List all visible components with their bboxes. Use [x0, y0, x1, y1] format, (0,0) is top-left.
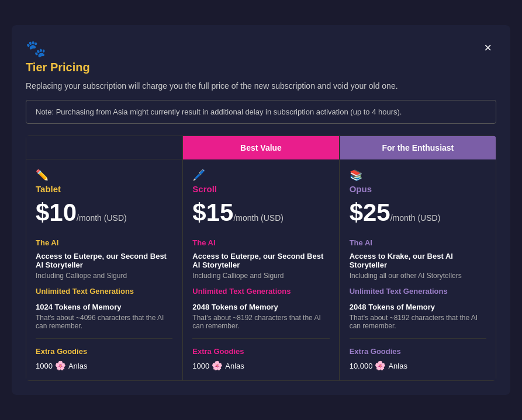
opus-anlas-label: Anlas: [388, 362, 407, 370]
tablet-price: $10/month (USD): [36, 199, 172, 227]
tablet-ai-label: The AI: [36, 238, 172, 247]
tablet-unlimited: Unlimited Text Generations: [36, 287, 172, 296]
tablet-icon: ✏️: [36, 169, 172, 182]
opus-memory: 2048 Tokens of Memory That's about ~8192…: [350, 303, 486, 330]
scroll-anlas-label: Anlas: [225, 362, 244, 370]
scroll-divider: [192, 338, 329, 339]
scroll-unlimited: Unlimited Text Generations: [192, 287, 329, 296]
scroll-body: 🖊️ Scroll $15/month (USD) The AI Access …: [183, 159, 338, 380]
tablet-price-amount: $10: [36, 199, 77, 226]
opus-anlas-amount: 10.000: [350, 362, 373, 370]
tablet-memory-sub: That's about ~4096 characters that the A…: [36, 314, 172, 330]
plan-opus: For the Enthusiast 📚 Opus $25/month (USD…: [340, 136, 496, 381]
opus-banner: For the Enthusiast: [340, 136, 496, 159]
modal-title: Tier Pricing: [26, 61, 90, 74]
tablet-memory: 1024 Tokens of Memory That's about ~4096…: [36, 303, 172, 330]
opus-price-period: /month (USD): [390, 213, 441, 223]
opus-anlas-icon: 🌸: [375, 360, 386, 371]
tablet-body: ✏️ Tablet $10/month (USD) The AI Access …: [26, 159, 182, 380]
opus-ai-sub: Including all our other AI Storytellers: [350, 272, 486, 280]
opus-icon: 📚: [350, 169, 486, 182]
tier-pricing-modal: 🐾 Tier Pricing × Replacing your subscrip…: [12, 25, 510, 395]
opus-memory-sub: That's about ~8192 characters that the A…: [350, 314, 486, 330]
plan-tablet: ✏️ Tablet $10/month (USD) The AI Access …: [26, 136, 182, 381]
opus-ai-title: Access to Krake, our Best AI Storyteller: [350, 252, 486, 269]
scroll-anlas-row: 1000 🌸 Anlas: [192, 360, 329, 371]
opus-name: Opus: [350, 184, 486, 194]
tablet-anlas-label: Anlas: [68, 362, 88, 370]
scroll-icon: 🖊️: [192, 169, 329, 182]
scroll-price-amount: $15: [192, 199, 233, 226]
opus-memory-title: 2048 Tokens of Memory: [350, 303, 486, 311]
opus-price: $25/month (USD): [350, 199, 486, 227]
opus-divider: [350, 338, 486, 339]
scroll-memory: 2048 Tokens of Memory That's about ~8192…: [192, 303, 329, 330]
logo-icon: 🐾: [26, 39, 46, 58]
scroll-price: $15/month (USD): [192, 199, 329, 227]
tablet-anlas-row: 1000 🌸 Anlas: [36, 360, 172, 371]
tablet-banner: [26, 136, 182, 159]
opus-body: 📚 Opus $25/month (USD) The AI Access to …: [340, 159, 496, 380]
tablet-ai-sub: Including Calliope and Sigurd: [36, 272, 172, 280]
tablet-ai-title: Access to Euterpe, our Second Best AI St…: [36, 252, 172, 269]
tablet-price-period: /month (USD): [77, 213, 127, 223]
opus-unlimited: Unlimited Text Generations: [350, 287, 486, 296]
opus-ai-label: The AI: [350, 238, 486, 247]
close-button[interactable]: ×: [479, 39, 496, 57]
scroll-banner: Best Value: [183, 136, 338, 159]
opus-anlas-row: 10.000 🌸 Anlas: [350, 360, 486, 371]
plan-scroll: Best Value 🖊️ Scroll $15/month (USD) The…: [182, 136, 339, 381]
tablet-extras-label: Extra Goodies: [36, 347, 172, 356]
tablet-name: Tablet: [36, 184, 172, 194]
scroll-anlas-icon: 🌸: [212, 360, 223, 371]
opus-extras-label: Extra Goodies: [350, 347, 486, 356]
tablet-anlas-amount: 1000: [36, 362, 53, 370]
asia-notice: Note: Purchasing from Asia might current…: [26, 100, 496, 124]
modal-header: 🐾 Tier Pricing ×: [26, 39, 496, 74]
tablet-anlas-icon: 🌸: [55, 360, 66, 371]
scroll-extras-label: Extra Goodies: [192, 347, 329, 356]
tablet-memory-title: 1024 Tokens of Memory: [36, 303, 172, 311]
scroll-ai-title: Access to Euterpe, our Second Best AI St…: [192, 252, 329, 269]
modal-subtitle: Replacing your subscription will charge …: [26, 81, 496, 91]
scroll-memory-sub: That's about ~8192 characters that the A…: [192, 314, 329, 330]
opus-price-amount: $25: [350, 199, 390, 226]
scroll-memory-title: 2048 Tokens of Memory: [192, 303, 329, 311]
scroll-ai-sub: Including Calliope and Sigurd: [192, 272, 329, 280]
tablet-divider: [36, 338, 172, 339]
scroll-name: Scroll: [192, 184, 329, 194]
scroll-anlas-amount: 1000: [192, 362, 209, 370]
scroll-price-period: /month (USD): [233, 213, 284, 223]
scroll-ai-label: The AI: [192, 238, 329, 247]
plans-container: ✏️ Tablet $10/month (USD) The AI Access …: [26, 136, 496, 381]
logo-area: 🐾 Tier Pricing: [26, 39, 90, 74]
